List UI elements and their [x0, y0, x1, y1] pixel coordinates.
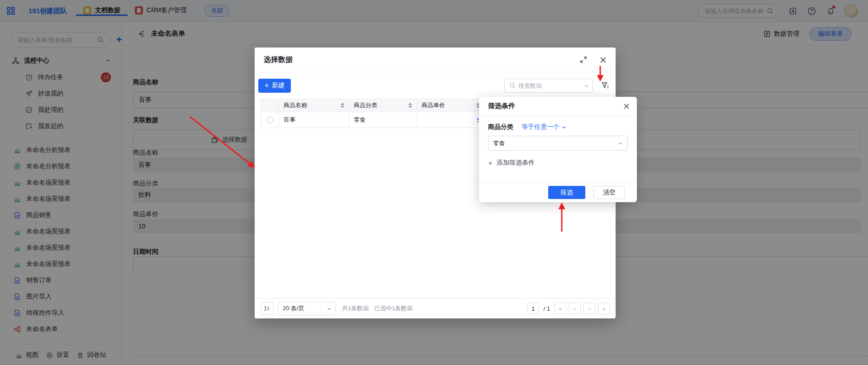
filter-value-select[interactable]: 零食: [488, 136, 628, 151]
filter-funnel-icon[interactable]: [601, 81, 609, 90]
table-header-product-category[interactable]: 商品分类: [349, 99, 417, 112]
popover-footer: 筛选 清空: [479, 182, 637, 202]
clear-filter-button[interactable]: 清空: [593, 186, 625, 199]
popover-title: 筛选条件: [488, 102, 515, 110]
modal-search-input[interactable]: [518, 82, 581, 89]
sort-icon[interactable]: [341, 103, 344, 108]
chevron-down-icon: [584, 83, 589, 88]
close-icon[interactable]: [623, 103, 630, 109]
filter-popover: 筛选条件 商品分类 等于任意一个 零食 + 添加筛选条件 筛选 清空: [479, 97, 637, 202]
page-total-text: / 1: [544, 305, 550, 312]
filter-operator-label: 等于任意一个: [522, 123, 560, 131]
chevron-down-icon: [327, 306, 332, 311]
cell-product-name: 百事: [279, 112, 349, 128]
new-record-label: 新建: [272, 81, 285, 90]
cell-product-category: 零食: [349, 112, 417, 128]
next-page-button[interactable]: ›: [583, 303, 595, 314]
row-height-settings-button[interactable]: [261, 302, 273, 315]
row-height-icon: [264, 305, 270, 312]
chevron-down-icon: [561, 125, 566, 130]
table-header-select: [261, 99, 279, 112]
filter-field-name: 商品分类: [488, 123, 513, 131]
cell-product-price: 5: [417, 112, 485, 128]
new-record-button[interactable]: + 新建: [258, 79, 291, 93]
filter-value: 零食: [493, 139, 505, 147]
row-radio[interactable]: [266, 117, 273, 123]
modal-search-combo[interactable]: [504, 79, 593, 93]
modal-footer: 20 条/页 共1条数据 已选中1条数据 1 / 1 « ‹ › »: [255, 298, 616, 318]
table-header-product-name[interactable]: 商品名称: [279, 99, 349, 112]
prev-page-button[interactable]: ‹: [569, 303, 581, 314]
plus-icon: +: [488, 159, 493, 167]
plus-icon: +: [265, 82, 269, 89]
last-page-button[interactable]: »: [598, 303, 610, 314]
chevron-down-icon: [618, 141, 623, 146]
apply-filter-button[interactable]: 筛选: [548, 186, 585, 199]
modal-header: 选择数据: [255, 47, 616, 72]
pagination: 1 / 1 « ‹ › »: [527, 303, 610, 314]
expand-fullscreen-icon[interactable]: [580, 56, 587, 63]
close-icon[interactable]: [600, 57, 607, 63]
modal-toolbar: + 新建: [255, 72, 616, 99]
table-header-product-price[interactable]: 商品单价: [417, 99, 485, 112]
page-size-select[interactable]: 20 条/页: [278, 302, 336, 315]
first-page-button[interactable]: «: [555, 303, 566, 314]
filter-operator-link[interactable]: 等于任意一个: [522, 123, 566, 131]
page-size-value: 20 条/页: [283, 304, 304, 313]
total-count-text: 共1条数据: [342, 304, 369, 313]
modal-title: 选择数据: [264, 55, 293, 65]
selected-count-text: 已选中1条数据: [374, 304, 413, 313]
current-page-input[interactable]: 1: [527, 303, 539, 314]
search-icon: [509, 82, 516, 89]
popover-header: 筛选条件: [479, 97, 637, 116]
add-filter-condition-label: 添加筛选条件: [497, 159, 535, 167]
sort-icon[interactable]: [408, 103, 412, 108]
add-filter-condition-button[interactable]: + 添加筛选条件: [488, 159, 628, 167]
